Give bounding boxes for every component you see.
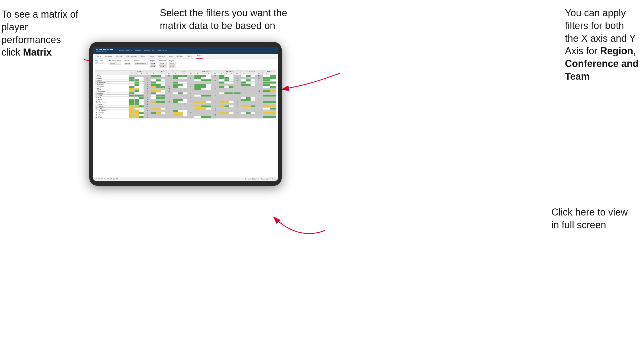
share-icon[interactable]: ⇪	[269, 178, 271, 180]
conference-select2[interactable]: (All) ▼	[159, 65, 167, 68]
tab-summary1[interactable]: Summary	[104, 54, 113, 58]
cursor-icon[interactable]: ↖	[104, 178, 106, 180]
tab-h2h-grid1[interactable]: H2H Grid	[115, 54, 123, 58]
annotation-top-right: You can apply filters for both the X axi…	[565, 7, 639, 83]
tab-h2h-grid2[interactable]: H2H Grid	[175, 54, 184, 58]
logo-main: SCOREBOARD	[96, 48, 113, 51]
share-label: Share	[272, 178, 276, 180]
refresh-icon[interactable]: ⟳	[101, 178, 103, 180]
nav-tournaments[interactable]: TOURNAMENTS	[118, 50, 132, 51]
filter-region: Region N/A ▼ N/A ▼	[150, 60, 156, 68]
annotation-top-center: Select the filters you want the matrix d…	[160, 7, 287, 32]
eye-icon: 👁	[245, 178, 247, 180]
nav-rankings[interactable]: RANKINGS	[158, 50, 167, 51]
tablet-device: SCOREBOARD Powered by clippd TOURNAMENTS…	[89, 42, 282, 186]
redo-icon[interactable]: ↪	[98, 178, 100, 180]
gender-select[interactable]: Men's ▼	[124, 62, 132, 65]
annotation-top-left: To see a matrix of player performances c…	[1, 8, 85, 59]
tab-teams[interactable]: Teams	[95, 54, 102, 58]
bottom-toolbar: ↩ ↪ ⟳ ↖ ⊕ ⊖ ⊡ ⚙ 👁 View: Original ⊙ Watch…	[93, 177, 278, 181]
tab-detail[interactable]: Detail	[167, 54, 174, 58]
matrix-area: 1. W Ding 2. L Clanton 3. J Koivun 4. M …	[93, 69, 278, 177]
region-select1[interactable]: N/A ▼	[150, 62, 156, 65]
nav-committee[interactable]: COMMITTEE	[144, 50, 155, 51]
compact-view-option[interactable]: Compact View	[95, 62, 106, 64]
max-players-select[interactable]: Top 25 ▼	[109, 62, 121, 65]
matrix-table: 1. W Ding 2. L Clanton 3. J Koivun 4. M …	[95, 70, 276, 118]
fit-icon[interactable]: ⊡	[113, 178, 115, 180]
nav-bar: SCOREBOARD Powered by clippd TOURNAMENTS…	[93, 47, 278, 54]
tab-h2h-h[interactable]: H2H H...	[186, 54, 194, 58]
view-options: Full View Compact View	[95, 60, 106, 64]
tab-summary2[interactable]: Summary	[157, 54, 166, 58]
zoom-out-icon[interactable]: ⊖	[110, 178, 112, 180]
view-label: View: Original	[248, 178, 256, 180]
watch-icon[interactable]: ⊙	[258, 178, 259, 180]
undo-icon[interactable]: ↩	[95, 178, 97, 180]
division-select[interactable]: NCAA Division I ▼	[134, 62, 148, 65]
players-select1[interactable]: (All) ▼	[169, 62, 175, 65]
logo-sub: Powered by clippd	[96, 51, 113, 52]
scoreboard-logo: SCOREBOARD Powered by clippd	[96, 48, 113, 52]
settings-icon[interactable]: ⚙	[116, 178, 118, 180]
filter-gender: Gender Men's ▼	[124, 60, 132, 65]
tab-players[interactable]: Players	[148, 54, 155, 58]
full-view-option[interactable]: Full View	[95, 60, 106, 62]
toolbar-right: 👁 View: Original ⊙ Watch ⛶ ⇪ Share	[245, 178, 276, 180]
nav-teams[interactable]: TEAMS	[135, 50, 141, 51]
annotation-bottom-right: Click here to view in full screen	[551, 206, 628, 232]
filter-conference: Conference (All) ▼ (All) ▼	[159, 60, 167, 68]
sub-nav: Teams Summary H2H Grid H2H Heatmap Matri…	[93, 54, 278, 59]
filter-division: Division NCAA Division I ▼	[134, 60, 148, 65]
watch-label: Watch	[261, 178, 265, 180]
filter-max-players: Max players in view Top 25 ▼	[109, 60, 121, 65]
filter-players: Players (All) ▼ (All) ▼	[169, 60, 175, 68]
tab-matrix-active[interactable]: Matrix	[196, 54, 203, 59]
tab-matrix1[interactable]: Matrix	[139, 54, 146, 58]
filter-row: Full View Compact View Max players in vi…	[93, 59, 278, 69]
conference-select1[interactable]: (All) ▼	[159, 62, 167, 65]
zoom-in-icon[interactable]: ⊕	[107, 178, 109, 180]
region-select2[interactable]: N/A ▼	[150, 65, 156, 68]
tablet-screen: SCOREBOARD Powered by clippd TOURNAMENTS…	[93, 47, 278, 181]
toolbar-left: ↩ ↪ ⟳ ↖ ⊕ ⊖ ⊡ ⚙	[95, 178, 118, 180]
screen-icon[interactable]: ⛶	[266, 178, 268, 180]
tab-h2h-heatmap[interactable]: H2H Heatmap	[125, 54, 138, 58]
players-select2[interactable]: (All) ▼	[169, 65, 175, 68]
